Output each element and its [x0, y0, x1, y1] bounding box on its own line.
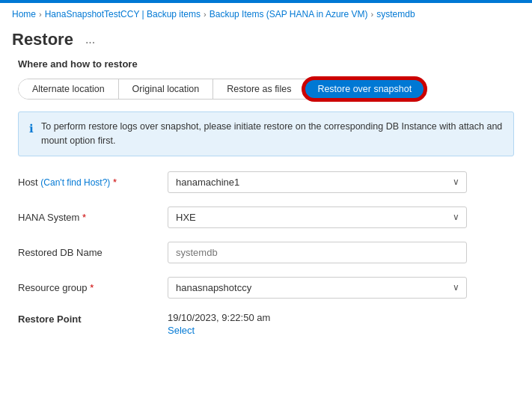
hana-dropdown-wrapper: HXE ∨ [168, 206, 467, 228]
restore-point-content: 19/10/2023, 9:22:50 am Select [168, 312, 270, 336]
host-label: Host (Can't find Host?) * [18, 177, 168, 188]
breadcrumb-systemdb[interactable]: systemdb [376, 9, 415, 19]
host-dropdown[interactable]: hanamachine1 [168, 171, 467, 193]
info-message: To perform restore logs over snapshot, p… [41, 120, 503, 148]
hana-system-row: HANA System * HXE ∨ [18, 206, 514, 228]
hana-system-label: HANA System * [18, 212, 168, 223]
resource-group-dropdown[interactable]: hanasnapshotccy [168, 277, 467, 299]
content-area: Where and how to restore Alternate locat… [0, 58, 532, 354]
info-box: ℹ To perform restore logs over snapshot,… [18, 111, 514, 156]
breadcrumb-home[interactable]: Home [12, 9, 36, 19]
host-dropdown-wrapper: hanamachine1 ∨ [168, 171, 467, 193]
page-header: Restore ... [0, 25, 532, 58]
restored-db-control [168, 242, 467, 263]
section-label: Where and how to restore [18, 58, 514, 70]
select-restore-point-link[interactable]: Select [168, 325, 270, 336]
info-icon: ℹ [29, 120, 34, 138]
breadcrumb: Home › HanaSnapshotTestCCY | Backup item… [0, 3, 532, 25]
resource-required-marker: * [90, 282, 94, 293]
hana-control: HXE ∨ [168, 206, 467, 228]
breadcrumb-sep-2: › [204, 10, 207, 19]
host-control: hanamachine1 ∨ [168, 171, 467, 193]
host-row: Host (Can't find Host?) * hanamachine1 ∨ [18, 171, 514, 193]
resource-group-label: Resource group * [18, 282, 168, 293]
tab-group: Alternate location Original location Res… [18, 79, 425, 100]
restore-point-datetime: 19/10/2023, 9:22:50 am [168, 312, 270, 323]
cant-find-host-link[interactable]: (Can't find Host?) [40, 177, 110, 188]
breadcrumb-sap-hana[interactable]: Backup Items (SAP HANA in Azure VM) [210, 9, 368, 19]
tab-original-location[interactable]: Original location [118, 79, 213, 99]
tab-alternate-location[interactable]: Alternate location [19, 79, 118, 99]
host-required-marker: * [113, 177, 117, 188]
breadcrumb-backup-items[interactable]: HanaSnapshotTestCCY | Backup items [45, 9, 201, 19]
restored-db-input[interactable] [168, 242, 467, 263]
breadcrumb-sep-1: › [39, 10, 42, 19]
resource-group-row: Resource group * hanasnapshotccy ∨ [18, 277, 514, 299]
tab-restore-over-snapshot[interactable]: Restore over snapshot [304, 79, 425, 100]
page-title: Restore [12, 30, 73, 49]
resource-group-control: hanasnapshotccy ∨ [168, 277, 467, 299]
breadcrumb-sep-3: › [371, 10, 374, 19]
hana-required-marker: * [82, 212, 86, 223]
ellipsis-button[interactable]: ... [81, 31, 100, 48]
hana-system-dropdown[interactable]: HXE [168, 206, 467, 228]
restore-point-row: Restore Point 19/10/2023, 9:22:50 am Sel… [18, 312, 514, 336]
tab-restore-as-files[interactable]: Restore as files [213, 79, 305, 99]
restored-db-row: Restored DB Name [18, 242, 514, 263]
restored-db-label: Restored DB Name [18, 247, 168, 258]
resource-group-dropdown-wrapper: hanasnapshotccy ∨ [168, 277, 467, 299]
restore-point-label: Restore Point [18, 312, 168, 325]
